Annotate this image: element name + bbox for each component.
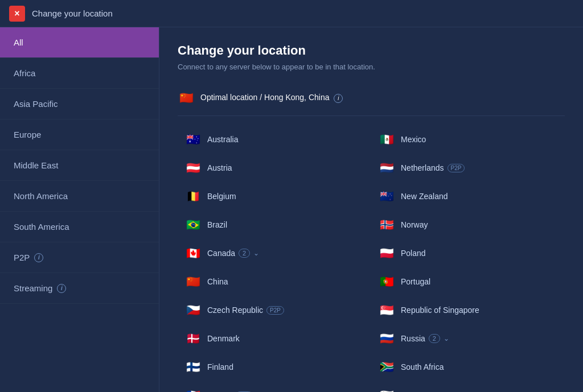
sidebar-item-streaming[interactable]: Streamingi: [0, 273, 159, 304]
country-flag: 🇧🇷: [184, 216, 202, 233]
sidebar-item-p2p[interactable]: P2Pi: [0, 242, 159, 273]
country-item[interactable]: 🇿🇦South Africa: [371, 353, 565, 381]
country-grid: 🇦🇺Australia🇲🇽Mexico🇦🇹Austria🇳🇱Netherland…: [178, 125, 565, 392]
count-badge: 2: [239, 249, 250, 258]
sidebar-item-label: Streaming: [14, 283, 52, 293]
country-item[interactable]: 🇸🇬Republic of Singapore: [371, 296, 565, 324]
country-name: South Africa: [401, 362, 444, 372]
content-area: Change your location Connect to any serv…: [159, 27, 583, 392]
main-layout: AllAfricaAsia PacificEuropeMiddle EastNo…: [0, 27, 583, 392]
p2p-badge: P2P: [266, 306, 284, 315]
country-item[interactable]: 🇳🇴Norway: [371, 211, 565, 239]
country-item[interactable]: 🇨🇦Canada2⌄: [178, 239, 371, 267]
country-name: Norway: [401, 220, 428, 229]
country-item[interactable]: 🇷🇺Russia2⌄: [371, 324, 565, 353]
country-flag: 🇦🇹: [184, 159, 202, 176]
country-name: Austria: [207, 163, 232, 172]
page-subtitle: Connect to any server below to appear to…: [178, 63, 565, 71]
country-name: Australia: [207, 135, 238, 144]
country-item[interactable]: 🇦🇺Australia: [178, 125, 371, 154]
sidebar-item-label: North America: [14, 191, 68, 201]
sidebar-item-label: Africa: [14, 68, 35, 78]
country-item[interactable]: 🇧🇪Belgium: [178, 182, 371, 211]
sidebar: AllAfricaAsia PacificEuropeMiddle EastNo…: [0, 27, 159, 392]
country-flag: 🇧🇪: [184, 188, 202, 205]
optimal-text: Optimal location / Hong Kong, China i: [200, 93, 343, 103]
country-name: Mexico: [401, 135, 426, 144]
country-name: Portugal: [401, 277, 430, 286]
info-icon[interactable]: i: [34, 253, 43, 262]
country-flag: 🇸🇬: [378, 302, 395, 319]
sidebar-item-all[interactable]: All: [0, 27, 159, 58]
sidebar-item-label: Europe: [14, 130, 41, 139]
titlebar-title: Change your location: [32, 9, 113, 18]
country-name: China: [207, 277, 228, 286]
country-flag: 🇵🇱: [378, 245, 395, 262]
country-flag: 🇳🇴: [378, 216, 395, 233]
country-flag: 🇷🇺: [378, 330, 395, 347]
count-badge: 2: [429, 334, 440, 343]
country-flag: 🇨🇿: [184, 302, 202, 319]
country-item[interactable]: 🇧🇷Brazil: [178, 211, 371, 239]
country-flag: 🇵🇹: [378, 273, 395, 290]
titlebar: × Change your location: [0, 0, 583, 27]
country-name: Poland: [401, 249, 426, 258]
close-button[interactable]: ×: [9, 6, 25, 22]
country-name: Brazil: [207, 220, 227, 229]
country-name: Belgium: [207, 192, 236, 201]
country-flag: 🇨🇳: [184, 273, 202, 290]
country-name: Russia2⌄: [401, 334, 449, 343]
country-item[interactable]: 🇫🇷FranceP2P: [178, 381, 371, 392]
optimal-flag: 🇨🇳: [178, 89, 195, 106]
sidebar-item-north-america[interactable]: North America: [0, 181, 159, 212]
sidebar-item-south-america[interactable]: South America: [0, 212, 159, 242]
chevron-down-icon[interactable]: ⌄: [444, 335, 449, 343]
sidebar-item-label: Asia Pacific: [14, 99, 58, 109]
country-flag: 🇨🇦: [184, 245, 202, 262]
country-flag: 🇫🇷: [184, 387, 202, 392]
country-flag: 🇿🇦: [378, 358, 395, 376]
sidebar-item-label: P2P: [14, 253, 30, 262]
country-item[interactable]: 🇵🇹Portugal: [371, 267, 565, 296]
country-item[interactable]: 🇩🇰Denmark: [178, 324, 371, 353]
country-name: Canada2⌄: [207, 249, 259, 258]
country-name: New Zealand: [401, 192, 448, 201]
country-flag: 🇦🇺: [184, 131, 202, 148]
country-flag: 🇲🇽: [378, 131, 395, 148]
chevron-down-icon[interactable]: ⌄: [253, 249, 259, 257]
country-name: Finland: [207, 362, 233, 372]
sidebar-item-label: All: [14, 38, 23, 47]
optimal-info-icon[interactable]: i: [334, 94, 343, 103]
sidebar-item-middle-east[interactable]: Middle East: [0, 150, 159, 181]
sidebar-item-europe[interactable]: Europe: [0, 119, 159, 150]
country-flag: 🇰🇷: [378, 387, 395, 392]
country-flag: 🇳🇱: [378, 159, 395, 176]
country-flag: 🇫🇮: [184, 358, 202, 376]
country-flag: 🇳🇿: [378, 188, 395, 205]
p2p-badge: P2P: [447, 164, 465, 172]
sidebar-item-asia-pacific[interactable]: Asia Pacific: [0, 89, 159, 119]
sidebar-item-africa[interactable]: Africa: [0, 58, 159, 89]
page-title: Change your location: [178, 43, 565, 58]
sidebar-item-label: South America: [14, 222, 69, 232]
country-item[interactable]: 🇳🇱NetherlandsP2P: [371, 154, 565, 182]
country-flag: 🇩🇰: [184, 330, 202, 347]
country-item[interactable]: 🇳🇿New Zealand: [371, 182, 565, 211]
info-icon[interactable]: i: [57, 284, 66, 293]
country-item[interactable]: 🇲🇽Mexico: [371, 125, 565, 154]
country-item[interactable]: 🇨🇿Czech RepublicP2P: [178, 296, 371, 324]
country-item[interactable]: 🇰🇷South Korea: [371, 381, 565, 392]
country-name: Denmark: [207, 334, 240, 343]
country-item[interactable]: 🇨🇳China: [178, 267, 371, 296]
country-name: Republic of Singapore: [401, 306, 479, 315]
country-name: NetherlandsP2P: [401, 163, 465, 172]
country-name: Czech RepublicP2P: [207, 306, 284, 315]
country-item[interactable]: 🇫🇮Finland: [178, 353, 371, 381]
country-item[interactable]: 🇦🇹Austria: [178, 154, 371, 182]
sidebar-item-label: Middle East: [14, 160, 58, 170]
country-item[interactable]: 🇵🇱Poland: [371, 239, 565, 267]
optimal-location[interactable]: 🇨🇳 Optimal location / Hong Kong, China i: [178, 82, 565, 116]
